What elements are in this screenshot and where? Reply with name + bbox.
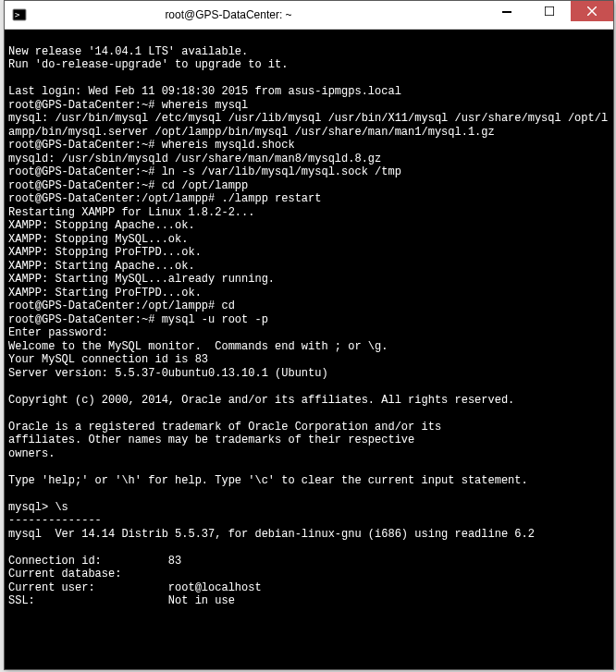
svg-rect-3 (545, 6, 554, 16)
minimize-button[interactable] (486, 1, 528, 21)
titlebar[interactable]: > root@GPS-DataCenter: ~ (5, 1, 613, 30)
terminal-window: > root@GPS-DataCenter: ~ New (4, 0, 614, 670)
window-controls (486, 1, 613, 21)
maximize-icon (545, 6, 554, 16)
terminal-output[interactable]: New release '14.04.1 LTS' available. Run… (5, 30, 613, 669)
close-icon (587, 6, 597, 16)
window-title: root@GPS-DataCenter: ~ (0, 8, 486, 21)
minimize-icon (502, 6, 511, 16)
maximize-button[interactable] (528, 1, 571, 21)
svg-rect-2 (502, 11, 511, 13)
close-button[interactable] (571, 1, 613, 21)
